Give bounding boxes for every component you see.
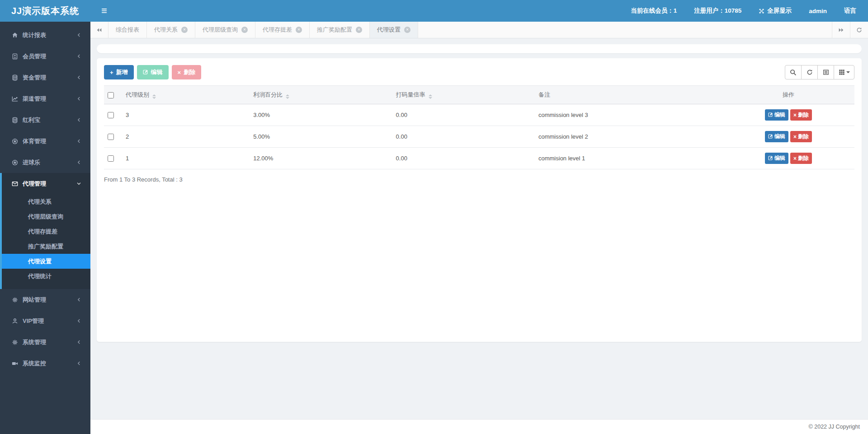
tab-agent-relations[interactable]: 代理关系 × <box>147 22 195 38</box>
close-icon[interactable]: × <box>181 27 188 33</box>
cell-remark: commision level 1 <box>535 148 722 169</box>
row-delete-button[interactable]: ×删除 <box>790 109 812 121</box>
tab-agent-level-query[interactable]: 代理层级查询 × <box>195 22 255 38</box>
edit-pencil-icon <box>768 134 773 140</box>
select-all-checkbox[interactable] <box>108 92 114 98</box>
sidebar-toggle-icon[interactable]: ≡ <box>90 0 118 22</box>
row-checkbox[interactable] <box>108 134 114 140</box>
sort-icon[interactable] <box>152 94 156 99</box>
tab-list: 综合报表 代理关系 × 代理层级查询 × 代理存提差 × 推广奖励配置 × <box>108 22 832 38</box>
gear-icon <box>11 339 19 345</box>
sidebar-item-funds-mgmt[interactable]: 资金管理 <box>0 67 90 88</box>
edit-pencil-icon <box>143 69 148 76</box>
columns-button[interactable] <box>834 65 854 79</box>
refresh-button[interactable] <box>801 65 818 79</box>
sidebar: 统计报表 会员管理 资金管理 渠道管理 红利宝 体育管理 <box>0 22 90 434</box>
copyright-text: © 2022 JJ Copyright <box>809 424 860 430</box>
table-row: 1 12.00% 0.00 commision level 1 编辑×删除 <box>104 148 854 169</box>
chevron-left-icon <box>76 75 81 80</box>
close-icon[interactable]: × <box>404 27 410 33</box>
sidebar-item-member-mgmt[interactable]: 会员管理 <box>0 46 90 67</box>
column-header-profit-percent[interactable]: 利润百分比 <box>250 86 392 104</box>
cell-agent-level: 2 <box>122 126 250 148</box>
add-button[interactable]: + 新增 <box>104 65 134 79</box>
close-icon[interactable]: × <box>356 27 362 33</box>
sidebar-item-system-monitor[interactable]: 系统监控 <box>0 353 90 374</box>
navbar-right: 当前在线会员：1 注册用户：10785 全屏显示 admin 语言 <box>631 7 868 15</box>
column-header-actions: 操作 <box>722 86 854 104</box>
fullscreen-icon <box>759 8 764 14</box>
sidebar-subitem-agent-stats[interactable]: 代理统计 <box>2 269 90 284</box>
sidebar-item-vip-mgmt[interactable]: VIP管理 <box>0 310 90 331</box>
fullscreen-button[interactable]: 全屏显示 <box>759 7 792 15</box>
chevron-left-icon <box>76 361 81 366</box>
chevron-left-icon <box>76 96 81 101</box>
x-icon: × <box>178 69 181 76</box>
user-menu[interactable]: admin <box>809 8 827 14</box>
app-root: JJ演示版本系统 ≡ 当前在线会员：1 注册用户：10785 全屏显示 admi… <box>0 0 868 434</box>
toggle-view-button[interactable] <box>817 65 834 79</box>
sidebar-item-system-mgmt[interactable]: 系统管理 <box>0 331 90 353</box>
chevron-down-icon <box>76 181 81 186</box>
tab-agent-settings[interactable]: 代理设置 × <box>370 22 418 38</box>
tab-consolidated-report[interactable]: 综合报表 <box>108 22 147 38</box>
tabs-scroll-left-button[interactable] <box>90 22 108 38</box>
cell-profit-percent: 3.00% <box>250 104 392 126</box>
sidebar-item-agent-mgmt[interactable]: 代理管理 <box>2 173 90 194</box>
edit-pencil-icon <box>768 112 773 118</box>
delete-button[interactable]: × 删除 <box>172 65 202 79</box>
tabs-refresh-button[interactable] <box>850 22 868 38</box>
cell-profit-percent: 5.00% <box>250 126 392 148</box>
close-icon[interactable]: × <box>296 27 302 33</box>
sort-icon[interactable] <box>286 94 289 99</box>
sidebar-item-website-mgmt[interactable]: 网站管理 <box>0 289 90 310</box>
online-members-stat: 当前在线会员：1 <box>631 7 677 15</box>
sidebar-subitem-agent-settings[interactable]: 代理设置 <box>2 254 90 269</box>
sidebar-item-stats-report[interactable]: 统计报表 <box>0 24 90 46</box>
edit-button[interactable]: 编辑 <box>137 65 169 79</box>
brand-title: JJ演示版本系统 <box>0 5 90 17</box>
cell-remark: commission level 2 <box>535 126 722 148</box>
tab-promo-reward-config[interactable]: 推广奖励配置 × <box>310 22 370 38</box>
edit-pencil-icon <box>768 155 773 162</box>
row-edit-button[interactable]: 编辑 <box>765 153 788 164</box>
column-header-wager-multiplier[interactable]: 打码量倍率 <box>392 86 535 104</box>
sort-icon[interactable] <box>429 94 432 99</box>
user-icon <box>11 318 19 324</box>
row-edit-button[interactable]: 编辑 <box>765 109 788 121</box>
cell-wager-multiplier: 0.00 <box>392 126 535 148</box>
sidebar-item-goal-fun[interactable]: 进球乐 <box>0 152 90 173</box>
footer: © 2022 JJ Copyright <box>90 419 868 434</box>
row-delete-button[interactable]: ×删除 <box>790 153 812 164</box>
chevron-down-icon <box>846 71 850 73</box>
close-icon[interactable]: × <box>241 27 248 33</box>
tab-agent-deposit-diff[interactable]: 代理存提差 × <box>255 22 310 38</box>
row-checkbox[interactable] <box>108 155 114 162</box>
search-button[interactable] <box>785 65 802 79</box>
tabs-scroll-right-button[interactable] <box>832 22 850 38</box>
sidebar-subitem-promo-reward-config[interactable]: 推广奖励配置 <box>2 239 90 254</box>
row-delete-button[interactable]: ×删除 <box>790 131 812 142</box>
address-book-icon <box>11 53 19 60</box>
action-buttons: + 新增 编辑 × 删除 <box>104 65 201 79</box>
sidebar-subitem-agent-relations[interactable]: 代理关系 <box>2 194 90 209</box>
chevron-left-icon <box>76 54 81 59</box>
sidebar-item-sports-mgmt[interactable]: 体育管理 <box>0 131 90 152</box>
video-camera-icon <box>11 360 19 367</box>
cell-agent-level: 1 <box>122 148 250 169</box>
table-header-row: 代理级别 利润百分比 打码量倍率 备注 操作 <box>104 86 854 104</box>
sidebar-subitem-agent-level-query[interactable]: 代理层级查询 <box>2 209 90 224</box>
chevron-left-icon <box>76 340 81 345</box>
sidebar-item-channel-mgmt[interactable]: 渠道管理 <box>0 88 90 109</box>
row-checkbox[interactable] <box>108 112 114 118</box>
chevron-left-icon <box>76 139 81 144</box>
sidebar-item-bonus-treasure[interactable]: 红利宝 <box>0 109 90 131</box>
language-menu[interactable]: 语言 <box>844 7 856 15</box>
column-header-agent-level[interactable]: 代理级别 <box>122 86 250 104</box>
toolbar-strip <box>97 44 862 53</box>
row-edit-button[interactable]: 编辑 <box>765 131 788 142</box>
soccer-ball-icon <box>11 138 19 145</box>
cell-wager-multiplier: 0.00 <box>392 104 535 126</box>
database-icon <box>11 117 19 123</box>
sidebar-subitem-agent-deposit-diff[interactable]: 代理存提差 <box>2 224 90 239</box>
